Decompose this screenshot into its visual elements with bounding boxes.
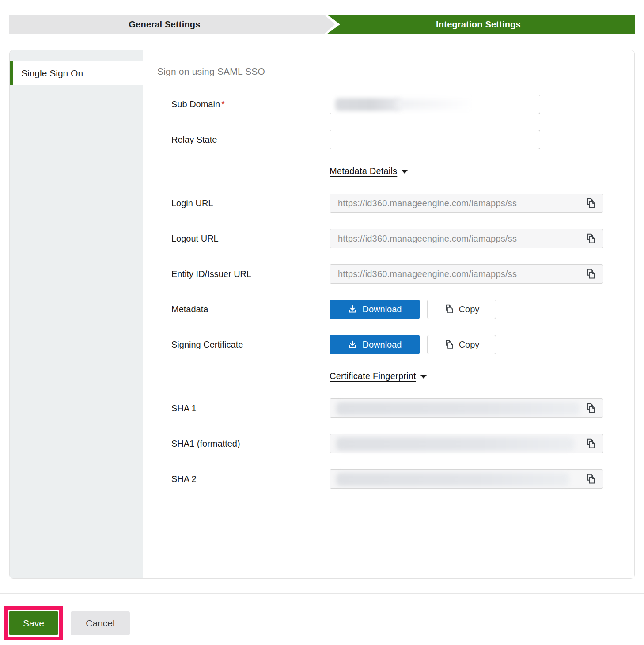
- cancel-button[interactable]: Cancel: [71, 611, 130, 635]
- redacted-value-blur: [336, 437, 575, 451]
- copy-icon[interactable]: [583, 472, 598, 486]
- logout-url-row: Logout URL https://id360.manageengine.co…: [157, 229, 634, 248]
- entity-id-field: https://id360.manageengine.com/iamapps/s…: [330, 264, 603, 284]
- login-url-value: https://id360.manageengine.com/iamapps/s…: [338, 198, 583, 209]
- logout-url-field: https://id360.manageengine.com/iamapps/s…: [330, 229, 603, 248]
- copy-icon: [444, 339, 455, 350]
- sub-domain-label: Sub Domain*: [171, 99, 330, 110]
- download-icon: [348, 340, 357, 349]
- logout-url-label: Logout URL: [171, 234, 330, 244]
- signing-certificate-download-button[interactable]: Download: [330, 335, 420, 354]
- copy-icon[interactable]: [583, 436, 598, 451]
- sidebar: Single Sign On: [10, 50, 143, 578]
- metadata-details-row: Metadata Details: [330, 165, 634, 177]
- metadata-details-toggle[interactable]: Metadata Details: [330, 166, 397, 176]
- sidebar-item-single-sign-on[interactable]: Single Sign On: [10, 61, 143, 85]
- sidebar-item-label: Single Sign On: [21, 68, 83, 79]
- sha1-formatted-label: SHA1 (formatted): [171, 439, 330, 449]
- footer-divider: [0, 593, 644, 594]
- footer-actions: Save Cancel: [4, 606, 130, 640]
- copy-icon[interactable]: [583, 401, 598, 415]
- download-icon: [348, 304, 357, 314]
- save-button[interactable]: Save: [9, 611, 58, 635]
- entity-id-row: Entity ID/Issuer URL https://id360.manag…: [157, 264, 634, 284]
- copy-icon[interactable]: [583, 267, 598, 281]
- login-url-label: Login URL: [171, 198, 330, 209]
- metadata-label: Metadata: [171, 304, 330, 315]
- copy-icon[interactable]: [583, 231, 598, 246]
- chevron-down-icon[interactable]: [402, 170, 408, 174]
- settings-panel: Single Sign On Sign on using SAML SSO Su…: [9, 50, 635, 579]
- sha1-label: SHA 1: [171, 403, 330, 414]
- signing-certificate-label: Signing Certificate: [171, 340, 330, 350]
- relay-state-input[interactable]: [330, 130, 540, 149]
- tab-integration-label: Integration Settings: [436, 19, 521, 30]
- page-title: Sign on using SAML SSO: [157, 66, 634, 77]
- sha1-formatted-field: [330, 434, 603, 453]
- signing-certificate-row: Signing Certificate Download: [157, 335, 634, 354]
- signing-certificate-copy-button[interactable]: Copy: [427, 335, 496, 354]
- metadata-row: Metadata Download: [157, 300, 634, 319]
- sub-domain-row: Sub Domain*: [157, 95, 634, 114]
- wizard-step-bar: Integration Settings General Settings: [9, 15, 635, 34]
- sha2-field: [330, 469, 603, 489]
- logout-url-value: https://id360.manageengine.com/iamapps/s…: [338, 234, 583, 244]
- chevron-down-icon[interactable]: [420, 375, 427, 379]
- sub-domain-input[interactable]: [330, 95, 540, 114]
- content-area: Sign on using SAML SSO Sub Domain* Relay…: [143, 50, 634, 578]
- tab-general-label: General Settings: [129, 19, 200, 30]
- tab-integration-settings[interactable]: Integration Settings: [326, 15, 635, 34]
- redacted-value-blur: [336, 473, 569, 486]
- annotation-highlight-box: Save: [4, 606, 63, 640]
- required-marker: *: [221, 99, 225, 109]
- tab-general-settings[interactable]: General Settings: [9, 15, 335, 34]
- sha1-row: SHA 1: [157, 398, 634, 418]
- relay-state-label: Relay State: [171, 135, 330, 145]
- saml-sso-form: Sub Domain* Relay State Metadata Details: [157, 95, 634, 489]
- metadata-copy-button[interactable]: Copy: [427, 300, 496, 319]
- entity-id-label: Entity ID/Issuer URL: [171, 269, 330, 279]
- redacted-value-blur: [336, 402, 580, 415]
- copy-icon: [444, 304, 455, 315]
- entity-id-value: https://id360.manageengine.com/iamapps/s…: [338, 269, 583, 279]
- sha2-row: SHA 2: [157, 469, 634, 489]
- login-url-row: Login URL https://id360.manageengine.com…: [157, 194, 634, 213]
- copy-icon[interactable]: [583, 196, 598, 210]
- sha2-label: SHA 2: [171, 474, 330, 484]
- login-url-field: https://id360.manageengine.com/iamapps/s…: [330, 194, 603, 213]
- sha1-field: [330, 398, 603, 418]
- certificate-fingerprint-toggle[interactable]: Certificate Fingerprint: [330, 371, 416, 381]
- metadata-download-button[interactable]: Download: [330, 300, 420, 319]
- sha1-formatted-row: SHA1 (formatted): [157, 434, 634, 453]
- relay-state-row: Relay State: [157, 130, 634, 149]
- certificate-fingerprint-row: Certificate Fingerprint: [330, 370, 634, 382]
